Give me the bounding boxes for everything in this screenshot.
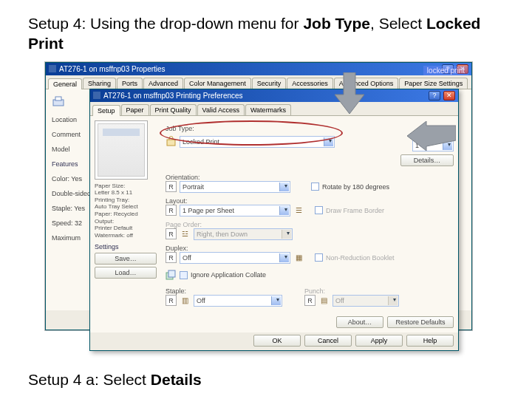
details-button[interactable]: Details… <box>400 154 454 166</box>
tab-color-management[interactable]: Color Management <box>184 78 251 89</box>
layout-label: Layout: <box>166 197 454 205</box>
rotate-checkbox[interactable] <box>311 183 319 191</box>
load-settings-button[interactable]: Load… <box>95 267 157 279</box>
preferences-tabs: Setup Paper Print Quality Valid Access W… <box>90 102 458 115</box>
ignore-collate-label: Ignore Application Collate <box>191 271 266 279</box>
heading-mid: , Select <box>370 15 426 32</box>
svg-rect-4 <box>168 270 175 277</box>
caption-details: Details <box>151 371 202 388</box>
staple-label: Staple: <box>166 287 282 295</box>
staple-dropdown[interactable]: Off <box>194 295 282 307</box>
preferences-dialog: AT276-1 on msffnp03 Printing Preferences… <box>89 89 459 351</box>
svg-rect-1 <box>55 97 61 100</box>
frame-border-checkbox[interactable] <box>315 206 323 214</box>
tab-setup[interactable]: Setup <box>92 105 120 116</box>
staple-r-icon: R <box>166 295 177 306</box>
duplex-r-icon: R <box>166 252 177 263</box>
orientation-dropdown[interactable]: Portrait <box>180 181 290 193</box>
ok-button[interactable]: OK <box>253 335 301 347</box>
step-caption: Setup 4 a: Select Details <box>28 371 202 389</box>
layout-dropdown[interactable]: 1 Page per Sheet <box>180 205 290 216</box>
orientation-r-icon: R <box>166 181 177 192</box>
screenshot-container: AT276-1 on msffnp03 Properties ? ✕ locke… <box>44 61 473 331</box>
orientation-label: Orientation: <box>166 174 454 181</box>
heading-prefix: Setup 4: Using the drop-down menu for <box>28 15 303 32</box>
tab-general[interactable]: General <box>48 78 82 89</box>
svg-rect-2 <box>167 140 175 146</box>
setup-left-column: Paper Size: Letter 8.5 x 11 Printing Tra… <box>95 120 161 328</box>
restore-defaults-button[interactable]: Restore Defaults <box>387 316 454 328</box>
tab-paper-size[interactable]: Paper Size Settings <box>399 78 468 89</box>
save-settings-button[interactable]: Save… <box>95 253 157 265</box>
setup-right-column: Job Type: Locked Print Copies: 1 <box>166 120 454 328</box>
printer-large-icon <box>52 95 65 109</box>
preferences-titlebar: AT276-1 on msffnp03 Printing Preferences… <box>90 89 458 102</box>
preferences-title: AT276-1 on msffnp03 Printing Preferences <box>103 92 243 100</box>
apply-button[interactable]: Apply <box>355 335 403 347</box>
step-heading: Setup 4: Using the drop-down menu for Jo… <box>28 13 504 54</box>
tab-print-quality[interactable]: Print Quality <box>150 104 197 115</box>
duplex-preview-icon: ▦ <box>293 252 304 263</box>
printer-icon <box>93 92 100 99</box>
punch-label: Punch: <box>304 287 399 295</box>
tab-valid-access[interactable]: Valid Access <box>197 104 245 115</box>
rotate-label: Rotate by 180 degrees <box>322 183 389 191</box>
preferences-footer: OK Cancel Apply Help <box>90 332 458 350</box>
cancel-button[interactable]: Cancel <box>304 335 352 347</box>
duplex-label: Duplex: <box>166 245 454 252</box>
tab-advanced[interactable]: Advanced <box>143 78 183 89</box>
ignore-collate-checkbox[interactable] <box>180 271 188 279</box>
jobtype-dropdown[interactable]: Locked Print <box>180 136 335 148</box>
tab-sharing[interactable]: Sharing <box>83 78 116 89</box>
pageorder-r-icon: R <box>166 228 177 239</box>
collate-icon <box>166 270 177 281</box>
pageorder-label: Page Order: <box>166 221 454 228</box>
punch-r-icon: R <box>304 295 316 306</box>
pageorder-dropdown: Right, then Down <box>194 228 293 240</box>
settings-group-label: Settings <box>95 243 161 250</box>
heading-jobtype: Job Type <box>303 15 370 32</box>
preview-properties: Paper Size: Letter 8.5 x 11 Printing Tra… <box>95 183 161 239</box>
pageorder-preview-icon: ☳ <box>180 228 191 239</box>
tab-accessories[interactable]: Accessories <box>287 78 333 89</box>
staple-preview-icon: ▥ <box>180 295 191 306</box>
properties-titlebar: AT276-1 on msffnp03 Properties ? ✕ <box>46 63 471 75</box>
preferences-body: Paper Size: Letter 8.5 x 11 Printing Tra… <box>90 115 458 332</box>
layout-r-icon: R <box>166 205 177 216</box>
help-button[interactable]: Help <box>406 335 454 347</box>
close-button[interactable]: ✕ <box>443 91 455 100</box>
setup-inner-footer: About… Restore Defaults <box>166 316 454 328</box>
tab-watermarks[interactable]: Watermarks <box>245 104 291 115</box>
about-button[interactable]: About… <box>336 316 383 328</box>
jobtype-label: Job Type: <box>166 125 454 132</box>
properties-title: AT276-1 on msffnp03 Properties <box>59 65 166 73</box>
copies-label: Copies: <box>412 132 454 140</box>
copies-spinner[interactable]: 1 <box>412 140 454 151</box>
help-button[interactable]: ? <box>429 91 440 100</box>
frame-border-label: Draw Frame Border <box>326 207 384 214</box>
layout-preview-icon: ☰ <box>293 205 304 216</box>
jobtype-icon <box>166 136 177 147</box>
printer-icon <box>49 65 56 72</box>
tab-paper[interactable]: Paper <box>121 104 149 115</box>
punch-dropdown: Off <box>332 295 399 307</box>
booklet-checkbox[interactable] <box>315 253 323 262</box>
tab-advanced-options[interactable]: Advanced Options <box>334 78 399 89</box>
page-preview <box>95 120 148 180</box>
properties-tabs: General Sharing Ports Advanced Color Man… <box>46 75 471 89</box>
tab-ports[interactable]: Ports <box>117 78 143 89</box>
duplex-dropdown[interactable]: Off <box>180 252 290 264</box>
tab-security[interactable]: Security <box>252 78 287 89</box>
booklet-label: Non-Reduction Booklet <box>326 254 395 262</box>
caption-prefix: Setup 4 a: Select <box>28 371 151 388</box>
locked-print-tag: locked print <box>423 66 468 75</box>
punch-preview-icon: ▤ <box>318 295 330 306</box>
